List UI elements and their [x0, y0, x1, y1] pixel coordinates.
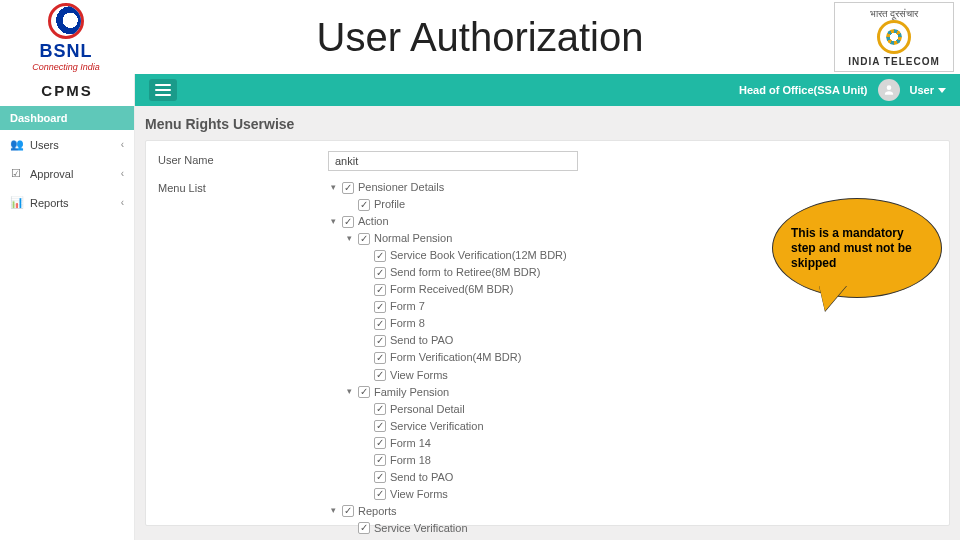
- tree-checkbox[interactable]: [374, 318, 386, 330]
- dot-hindi: भारत दूरसंचार: [870, 8, 919, 20]
- tree-node: Service Verification: [360, 418, 567, 435]
- chevron-right-icon: ‹: [121, 139, 124, 150]
- user-menu[interactable]: User: [910, 84, 946, 96]
- tree-checkbox[interactable]: [358, 386, 370, 398]
- app-frame: CPMS Head of Office(SSA Unit) User Dashb…: [0, 74, 960, 540]
- tree-label: View Forms: [390, 486, 448, 503]
- tree-checkbox[interactable]: [358, 233, 370, 245]
- chevron-down-icon: [938, 88, 946, 93]
- sidebar-item-label: Approval: [30, 168, 73, 180]
- reports-icon: 📊: [10, 196, 22, 209]
- tree-node: Form Received(6M BDR): [360, 281, 567, 298]
- tree-checkbox[interactable]: [374, 471, 386, 483]
- topbar: Head of Office(SSA Unit) User: [135, 74, 960, 106]
- bsnl-logo: BSNL Connecting India: [6, 2, 126, 72]
- hamburger-icon[interactable]: [149, 79, 177, 101]
- tree-label: Service Verification: [374, 520, 468, 537]
- username-input[interactable]: [328, 151, 578, 171]
- tree-toggle-icon[interactable]: ▾: [328, 181, 338, 195]
- tree-label: Form 18: [390, 452, 431, 469]
- dot-logo: भारत दूरसंचार INDIA TELECOM: [834, 2, 954, 72]
- chevron-right-icon: ‹: [121, 168, 124, 179]
- tree-checkbox[interactable]: [342, 182, 354, 194]
- slide-header: BSNL Connecting India User Authorization…: [0, 0, 960, 74]
- tree-checkbox[interactable]: [342, 505, 354, 517]
- tree-label: Send to PAO: [390, 469, 453, 486]
- menu-tree: ▾Pensioner DetailsProfile▾Action▾Normal …: [328, 179, 567, 540]
- sidebar-item-reports[interactable]: 📊Reports‹: [0, 188, 134, 217]
- tree-checkbox[interactable]: [374, 301, 386, 313]
- tree-label: Send form to Retiree(8M BDR): [390, 264, 540, 281]
- tree-node: ▾ReportsService VerificationPendency at …: [328, 503, 567, 540]
- tree-label: Form 14: [390, 435, 431, 452]
- users-icon: 👥: [10, 138, 22, 151]
- tree-node: View Forms: [360, 367, 567, 384]
- role-label: Head of Office(SSA Unit): [739, 84, 868, 96]
- tree-node: Send to PAO: [360, 332, 567, 349]
- username-label: User Name: [158, 151, 318, 166]
- tree-checkbox[interactable]: [374, 420, 386, 432]
- callout-tail: [819, 285, 847, 311]
- callout: This is a mandatory step and must not be…: [772, 198, 942, 298]
- app-brand: CPMS: [0, 74, 135, 106]
- approval-icon: ☑: [10, 167, 22, 180]
- tree-checkbox[interactable]: [374, 352, 386, 364]
- tree-checkbox[interactable]: [342, 216, 354, 228]
- tree-checkbox[interactable]: [374, 335, 386, 347]
- tree-toggle-icon[interactable]: ▾: [344, 232, 354, 246]
- tree-node: Form 7: [360, 298, 567, 315]
- tree-label: Action: [358, 213, 389, 230]
- tree-checkbox[interactable]: [374, 437, 386, 449]
- tree-checkbox[interactable]: [358, 522, 370, 534]
- bsnl-tagline: Connecting India: [32, 62, 100, 72]
- tree-label: Normal Pension: [374, 230, 452, 247]
- tree-label: Profile: [374, 196, 405, 213]
- tree-label: Personal Detail: [390, 401, 465, 418]
- tree-node: Send to PAO: [360, 469, 567, 486]
- tree-checkbox[interactable]: [358, 199, 370, 211]
- tree-checkbox[interactable]: [374, 454, 386, 466]
- tree-label: Reports: [358, 503, 397, 520]
- tree-label: Form 7: [390, 298, 425, 315]
- sidebar-item-label: Reports: [30, 197, 69, 209]
- tree-toggle-icon[interactable]: ▾: [328, 504, 338, 518]
- page-heading: Menu Rights Userwise: [145, 116, 950, 132]
- dot-name: INDIA TELECOM: [848, 56, 940, 67]
- tree-node: Personal Detail: [360, 401, 567, 418]
- tree-node: Profile: [344, 196, 567, 213]
- tree-node: Form Verification(4M BDR): [360, 349, 567, 366]
- tree-label: Service Book Verification(12M BDR): [390, 247, 567, 264]
- tree-checkbox[interactable]: [374, 488, 386, 500]
- tree-node: ▾Action▾Normal PensionService Book Verif…: [328, 213, 567, 503]
- tree-label: Form Verification(4M BDR): [390, 349, 521, 366]
- tree-node: ▾Normal PensionService Book Verification…: [344, 230, 567, 383]
- dot-logo-mark: [877, 20, 911, 54]
- tree-node: View Forms: [360, 486, 567, 503]
- tree-checkbox[interactable]: [374, 267, 386, 279]
- tree-checkbox[interactable]: [374, 284, 386, 296]
- tree-label: Form Received(6M BDR): [390, 281, 513, 298]
- tree-label: Family Pension: [374, 384, 449, 401]
- sidebar-item-approval[interactable]: ☑Approval‹: [0, 159, 134, 188]
- tree-checkbox[interactable]: [374, 403, 386, 415]
- tree-node: Form 18: [360, 452, 567, 469]
- content-area: Menu Rights Userwise User Name Menu List…: [135, 106, 960, 540]
- sidebar: Dashboard 👥Users‹☑Approval‹📊Reports‹: [0, 106, 135, 540]
- sidebar-item-label: Users: [30, 139, 59, 151]
- bsnl-logo-mark: [48, 3, 84, 39]
- tree-checkbox[interactable]: [374, 250, 386, 262]
- tree-node: ▾Family PensionPersonal DetailService Ve…: [344, 384, 567, 503]
- chevron-right-icon: ‹: [121, 197, 124, 208]
- tree-node: Service Book Verification(12M BDR): [360, 247, 567, 264]
- tree-node: Send form to Retiree(8M BDR): [360, 264, 567, 281]
- tree-node: Form 8: [360, 315, 567, 332]
- tree-label: Service Verification: [390, 418, 484, 435]
- slide-title: User Authorization: [317, 15, 644, 60]
- sidebar-header[interactable]: Dashboard: [0, 106, 134, 130]
- tree-node: Form 14: [360, 435, 567, 452]
- tree-toggle-icon[interactable]: ▾: [328, 215, 338, 229]
- tree-checkbox[interactable]: [374, 369, 386, 381]
- sidebar-item-users[interactable]: 👥Users‹: [0, 130, 134, 159]
- callout-text: This is a mandatory step and must not be…: [791, 226, 923, 271]
- tree-toggle-icon[interactable]: ▾: [344, 385, 354, 399]
